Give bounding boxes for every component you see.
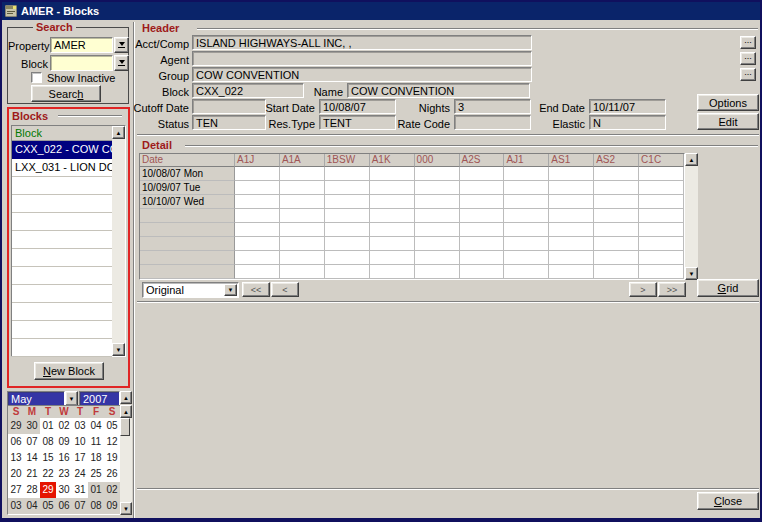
value-cell[interactable]	[594, 237, 639, 251]
calendar-day[interactable]: 21	[24, 466, 40, 482]
value-cell[interactable]	[549, 237, 594, 251]
view-select-dropdown-button[interactable]: ▼	[224, 284, 237, 296]
list-item[interactable]	[12, 213, 112, 231]
value-cell[interactable]	[370, 251, 415, 265]
value-cell[interactable]	[549, 167, 594, 181]
search-button[interactable]: Search	[31, 85, 101, 102]
value-cell[interactable]	[235, 265, 280, 279]
calendar-day[interactable]: 25	[88, 466, 104, 482]
value-cell[interactable]	[280, 209, 325, 223]
value-cell[interactable]	[370, 181, 415, 195]
value-cell[interactable]	[549, 223, 594, 237]
value-cell[interactable]	[549, 209, 594, 223]
calendar-day[interactable]: 17	[72, 450, 88, 466]
year-spin-up-button[interactable]: ▲	[120, 391, 132, 404]
value-cell[interactable]	[639, 251, 684, 265]
value-cell[interactable]	[370, 195, 415, 209]
calendar-day[interactable]: 06	[56, 498, 72, 514]
value-cell[interactable]	[235, 237, 280, 251]
value-cell[interactable]	[504, 209, 549, 223]
calendar-day[interactable]: 01	[88, 482, 104, 498]
calendar-day[interactable]: 02	[104, 482, 120, 498]
value-cell[interactable]	[460, 181, 505, 195]
calendar-day[interactable]: 07	[72, 498, 88, 514]
value-cell[interactable]	[415, 195, 460, 209]
name-field[interactable]: COW CONVENTION	[347, 83, 530, 98]
list-item[interactable]: CXX_022 - COW CONVEN	[12, 141, 112, 159]
detail-table-scrollbar[interactable]: ▲ ▼	[685, 153, 698, 280]
value-cell[interactable]	[325, 223, 370, 237]
calendar-day[interactable]: 20	[8, 466, 24, 482]
value-cell[interactable]	[639, 209, 684, 223]
value-cell[interactable]	[504, 265, 549, 279]
calendar-month-dropdown-button[interactable]: ▼	[65, 391, 78, 406]
acct-comp-field[interactable]: ISLAND HIGHWAYS-ALL INC, ,	[192, 35, 532, 50]
value-cell[interactable]	[370, 223, 415, 237]
calendar-month-select[interactable]: May	[7, 391, 65, 406]
calendar-day[interactable]: 09	[104, 498, 120, 514]
view-select[interactable]: Original ▼	[142, 282, 239, 298]
calendar-day[interactable]: 04	[88, 418, 104, 434]
value-cell[interactable]	[370, 237, 415, 251]
value-cell[interactable]	[235, 195, 280, 209]
value-cell[interactable]	[325, 209, 370, 223]
value-cell[interactable]	[325, 251, 370, 265]
calendar-day[interactable]: 03	[72, 418, 88, 434]
calendar-day[interactable]: 04	[24, 498, 40, 514]
show-inactive-checkbox[interactable]	[31, 72, 42, 83]
calendar-day[interactable]: 27	[8, 482, 24, 498]
value-cell[interactable]	[549, 195, 594, 209]
last-page-button[interactable]: >>	[658, 282, 686, 297]
list-item[interactable]	[12, 267, 112, 285]
calendar-day[interactable]: 30	[56, 482, 72, 498]
value-cell[interactable]	[594, 195, 639, 209]
prev-page-button[interactable]: <	[271, 282, 299, 297]
next-page-button[interactable]: >	[629, 282, 657, 297]
title-bar[interactable]: AMER - Blocks	[2, 2, 760, 20]
value-cell[interactable]	[460, 237, 505, 251]
calendar-day[interactable]: 13	[8, 450, 24, 466]
value-cell[interactable]	[594, 265, 639, 279]
value-cell[interactable]	[549, 265, 594, 279]
list-item[interactable]	[12, 249, 112, 267]
calendar-day[interactable]: 06	[8, 434, 24, 450]
value-cell[interactable]	[370, 167, 415, 181]
value-cell[interactable]	[460, 209, 505, 223]
property-input[interactable]: AMER	[50, 37, 113, 53]
list-item[interactable]	[12, 339, 112, 357]
value-cell[interactable]	[594, 209, 639, 223]
calendar-day[interactable]: 12	[104, 434, 120, 450]
value-cell[interactable]	[280, 251, 325, 265]
scroll-down-button[interactable]: ▼	[112, 343, 125, 356]
value-cell[interactable]	[280, 181, 325, 195]
value-cell[interactable]	[325, 167, 370, 181]
value-cell[interactable]	[415, 181, 460, 195]
calendar-day[interactable]: 28	[24, 482, 40, 498]
value-cell[interactable]	[280, 167, 325, 181]
calendar-day[interactable]: 07	[24, 434, 40, 450]
value-cell[interactable]	[639, 181, 684, 195]
calendar-day[interactable]: 16	[56, 450, 72, 466]
value-cell[interactable]	[504, 223, 549, 237]
value-cell[interactable]	[639, 195, 684, 209]
value-cell[interactable]	[370, 265, 415, 279]
value-cell[interactable]	[415, 223, 460, 237]
value-cell[interactable]	[594, 223, 639, 237]
value-cell[interactable]	[235, 167, 280, 181]
value-cell[interactable]	[235, 181, 280, 195]
value-cell[interactable]	[325, 265, 370, 279]
value-cell[interactable]	[280, 237, 325, 251]
value-cell[interactable]	[415, 251, 460, 265]
value-cell[interactable]	[594, 181, 639, 195]
list-item[interactable]	[12, 195, 112, 213]
value-cell[interactable]	[325, 181, 370, 195]
value-cell[interactable]	[504, 237, 549, 251]
calendar-scrollbar-track[interactable]	[120, 418, 132, 502]
calendar-day[interactable]: 02	[56, 418, 72, 434]
new-block-button[interactable]: New Block	[34, 362, 104, 380]
calendar-day[interactable]: 08	[88, 498, 104, 514]
calendar-day[interactable]: 14	[24, 450, 40, 466]
end-date-field[interactable]: 10/11/07	[589, 99, 666, 114]
property-lov-button[interactable]	[114, 37, 129, 53]
value-cell[interactable]	[639, 237, 684, 251]
